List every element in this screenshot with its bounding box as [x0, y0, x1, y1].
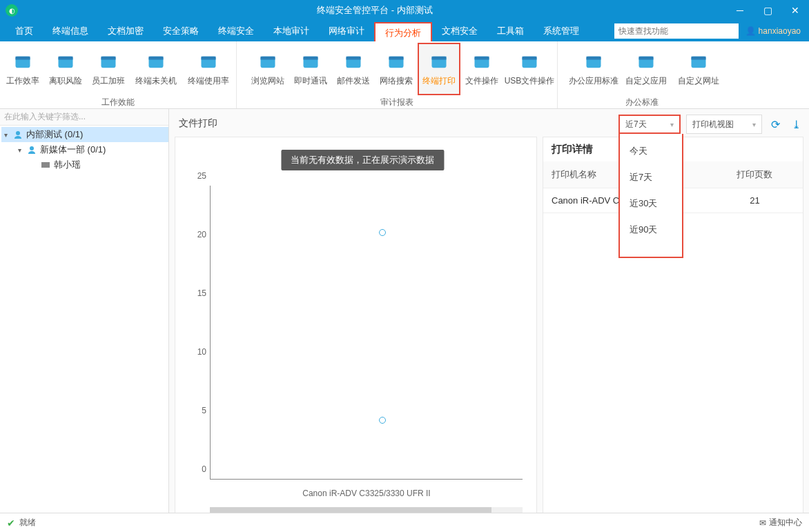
ribbon-item[interactable]: 离职风险	[44, 43, 87, 95]
toast-message: 当前无有效数据，正在展示演示数据	[281, 150, 444, 170]
tree-filter-input[interactable]: 在此输入关键字筛选...	[0, 109, 168, 126]
expand-icon: ▾	[15, 146, 23, 154]
controls: 近7天▾ 打印机视图▾ ⟳ ⤓	[618, 115, 803, 134]
ribbon-icon	[300, 52, 321, 72]
y-tick: 15	[190, 288, 206, 298]
ribbon-group-label: 办公标准	[625, 95, 659, 109]
ribbon-icon	[636, 52, 656, 72]
menu-item[interactable]: 终端信息	[43, 21, 98, 41]
menu-item[interactable]: 安全策略	[153, 21, 208, 41]
ribbon-icon	[146, 52, 166, 72]
svg-rect-15	[347, 56, 361, 59]
sidebar: 在此输入关键字筛选... ▾内部测试 (0/1)▾新媒体一部 (0/1)韩小瑶	[0, 109, 169, 530]
dropdown-option[interactable]: 今天	[620, 138, 682, 164]
ribbon-icon	[198, 52, 219, 72]
ribbon-item[interactable]: 网络搜索	[375, 43, 418, 95]
user-icon: 👤	[745, 26, 756, 36]
dropdown-option[interactable]: 近7天	[620, 164, 682, 190]
ribbon-item[interactable]: 文件操作	[460, 43, 503, 95]
chart-panel: 当前无有效数据，正在展示演示数据 Canon iR-ADV C3325/3330…	[175, 137, 537, 524]
svg-point-31	[30, 146, 34, 150]
minimize-button[interactable]: ─	[726, 0, 754, 21]
svg-rect-25	[587, 56, 601, 59]
ribbon-icon	[583, 52, 604, 72]
ribbon-item[interactable]: 终端使用率	[182, 43, 235, 95]
menu-item[interactable]: 首页	[6, 21, 43, 41]
ribbon-item[interactable]: 邮件发送	[332, 43, 375, 95]
view-dropdown[interactable]: 打印机视图▾	[686, 115, 762, 134]
tree-node[interactable]: ▾新媒体一部 (0/1)	[1, 142, 168, 157]
search-input[interactable]	[614, 23, 739, 39]
window-title: 终端安全管控平台 - 内部测试	[23, 4, 726, 17]
ribbon-item[interactable]: 终端未关机	[130, 43, 182, 95]
tree-node[interactable]: ▾内部测试 (0/1)	[1, 127, 168, 142]
col-pages: 打印页数	[707, 161, 803, 188]
ribbon-item[interactable]: USB文件操作	[503, 43, 556, 95]
tree-node[interactable]: 韩小瑶	[1, 157, 168, 173]
ribbon-item[interactable]: 终端打印	[418, 43, 460, 95]
chart-x-label: Canon iR-ADV C3325/3330 UFR II	[211, 489, 523, 498]
svg-point-30	[16, 131, 20, 135]
ribbon-item[interactable]: 即时通讯	[289, 43, 332, 95]
menu-item[interactable]: 文档加密	[98, 21, 153, 41]
svg-rect-3	[59, 56, 73, 59]
y-tick: 5	[190, 406, 206, 415]
ribbon-icon	[429, 52, 449, 72]
status-bar: ✔ 就绪 ✉ 通知中心	[0, 513, 809, 532]
ribbon-item[interactable]: 工作效率	[1, 43, 44, 95]
dropdown-option[interactable]: 近30天	[620, 190, 682, 217]
chart-point	[379, 229, 386, 236]
menu-item[interactable]: 本地审计	[264, 21, 319, 41]
time-range-dropdown[interactable]: 近7天▾	[618, 115, 681, 134]
ribbon-icon	[98, 52, 119, 72]
svg-rect-27	[639, 56, 654, 59]
svg-rect-19	[432, 56, 447, 59]
y-tick: 20	[190, 230, 206, 239]
app-logo: ◐	[6, 4, 18, 17]
y-tick: 10	[190, 347, 206, 357]
refresh-icon[interactable]: ⟳	[768, 117, 783, 132]
svg-rect-7	[149, 56, 164, 59]
ribbon-icon	[257, 52, 278, 72]
close-button[interactable]: ✕	[781, 0, 809, 21]
y-tick: 0	[190, 464, 206, 474]
ribbon-icon	[519, 52, 540, 72]
ribbon-icon	[12, 52, 33, 72]
status-ok-icon: ✔	[7, 518, 15, 529]
maximize-button[interactable]: ▢	[754, 0, 781, 21]
svg-rect-17	[389, 56, 404, 59]
status-text: 就绪	[19, 517, 36, 529]
svg-rect-1	[16, 56, 30, 59]
dropdown-option[interactable]: 近90天	[620, 217, 682, 243]
download-icon[interactable]: ⤓	[788, 117, 803, 132]
menu-item[interactable]: 网络审计	[319, 21, 374, 41]
main-panel: 文件打印 近7天▾ 打印机视图▾ ⟳ ⤓ 今天近7天近30天近90天 当前无有效…	[169, 109, 809, 530]
chevron-down-icon: ▾	[670, 121, 674, 128]
ribbon-item[interactable]: 员工加班	[87, 43, 130, 95]
ribbon-icon	[343, 52, 364, 72]
titlebar: ◐ 终端安全管控平台 - 内部测试 ─ ▢ ✕	[0, 0, 809, 21]
notify-center[interactable]: ✉ 通知中心	[759, 517, 802, 529]
ribbon-icon	[386, 52, 407, 72]
ribbon-item[interactable]: 自定义网址	[672, 43, 725, 95]
node-icon	[26, 145, 37, 155]
ribbon: 工作效率离职风险员工加班终端未关机终端使用率工作效能浏览网站即时通讯邮件发送网络…	[0, 41, 809, 109]
ribbon-item[interactable]: 办公应用标准	[567, 43, 620, 95]
svg-rect-13	[304, 56, 318, 59]
menu-item[interactable]: 工具箱	[487, 21, 534, 41]
tree: ▾内部测试 (0/1)▾新媒体一部 (0/1)韩小瑶	[0, 126, 168, 173]
ribbon-icon	[471, 52, 492, 72]
ribbon-item[interactable]: 浏览网站	[246, 43, 289, 95]
expand-icon: ▾	[1, 131, 10, 139]
user-label[interactable]: 👤 hanxiaoyao	[745, 26, 801, 36]
menu-item[interactable]: 行为分析	[374, 22, 432, 41]
ribbon-group-label: 工作效能	[101, 95, 135, 109]
menu-item[interactable]: 终端安全	[208, 21, 264, 41]
mail-icon: ✉	[759, 518, 766, 528]
ribbon-item[interactable]: 自定义应用	[620, 43, 672, 95]
chart-point	[379, 417, 386, 424]
svg-rect-29	[692, 56, 706, 59]
menu-item[interactable]: 系统管理	[534, 21, 589, 41]
menu-item[interactable]: 文档安全	[432, 21, 487, 41]
svg-rect-23	[523, 56, 537, 59]
